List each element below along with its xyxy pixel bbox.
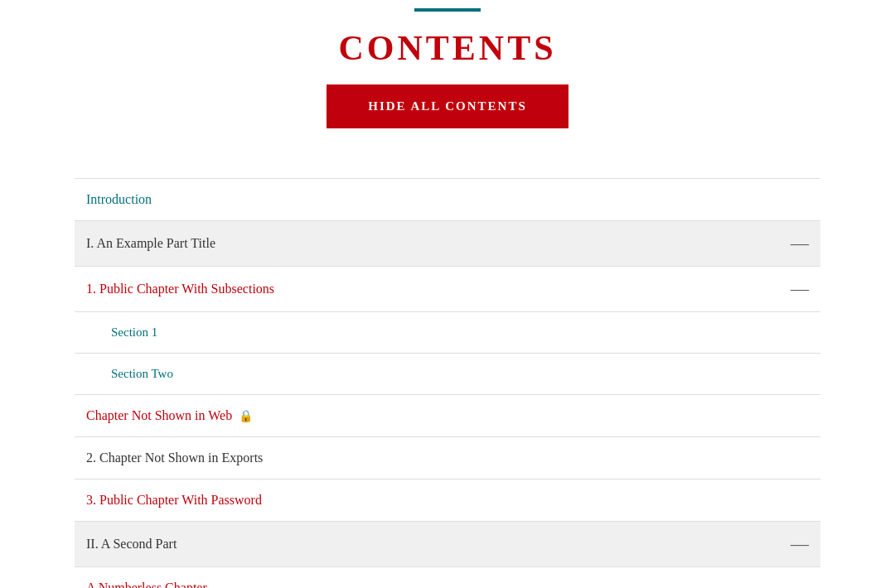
contents-label-section-1: Section 1 xyxy=(86,325,157,340)
contents-row-section-two[interactable]: Section Two xyxy=(75,354,820,395)
contents-row-part-1[interactable]: I. An Example Part Title— xyxy=(75,221,820,267)
lock-icon: 🔒 xyxy=(239,409,253,423)
contents-row-chapter-3[interactable]: 3. Public Chapter With Password xyxy=(75,480,820,522)
contents-row-section-1[interactable]: Section 1 xyxy=(75,312,820,354)
contents-row-part-2[interactable]: II. A Second Part— xyxy=(75,522,820,567)
toggle-icon-part-1[interactable]: — xyxy=(791,234,809,253)
page-container: CONTENTS HIDE ALL CONTENTS IntroductionI… xyxy=(0,0,895,588)
contents-list: IntroductionI. An Example Part Title—1. … xyxy=(75,178,820,588)
top-bar xyxy=(0,0,895,12)
contents-label-part-2: II. A Second Part xyxy=(86,537,177,552)
contents-row-chapter-2[interactable]: 2. Chapter Not Shown in Exports xyxy=(75,437,820,480)
contents-label-section-two: Section Two xyxy=(86,367,173,381)
header-section: CONTENTS HIDE ALL CONTENTS xyxy=(0,12,895,153)
top-bar-line xyxy=(414,8,481,12)
hide-all-contents-button[interactable]: HIDE ALL CONTENTS xyxy=(327,84,568,128)
contents-label-chapter-1: 1. Public Chapter With Subsections xyxy=(86,282,274,296)
contents-label-chapter-3: 3. Public Chapter With Password xyxy=(86,493,262,508)
toggle-icon-part-2[interactable]: — xyxy=(791,535,809,553)
contents-row-introduction[interactable]: Introduction xyxy=(75,179,820,221)
contents-label-numberless-chapter: A Numberless Chapter xyxy=(86,581,207,588)
contents-label-introduction: Introduction xyxy=(86,192,152,207)
contents-label-part-1: I. An Example Part Title xyxy=(86,236,215,251)
page-title: CONTENTS xyxy=(0,28,895,68)
toggle-icon-chapter-1[interactable]: — xyxy=(791,280,809,298)
contents-label-chapter-2: 2. Chapter Not Shown in Exports xyxy=(86,451,263,465)
contents-row-chapter-not-shown-web[interactable]: Chapter Not Shown in Web🔒 xyxy=(75,395,820,437)
contents-row-numberless-chapter[interactable]: A Numberless Chapter xyxy=(75,567,820,588)
contents-row-chapter-1[interactable]: 1. Public Chapter With Subsections— xyxy=(75,267,820,312)
contents-label-chapter-not-shown-web: Chapter Not Shown in Web🔒 xyxy=(86,408,253,423)
